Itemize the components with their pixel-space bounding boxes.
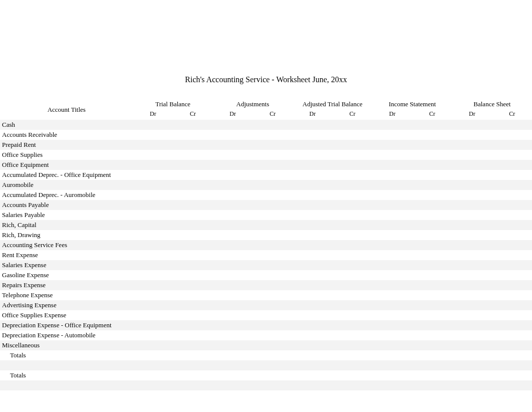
amount-cell xyxy=(372,310,412,320)
amount-cell xyxy=(133,160,173,170)
blank-row xyxy=(0,380,532,390)
blank-row xyxy=(0,360,532,370)
amount-cell xyxy=(133,170,173,180)
amount-cell xyxy=(452,220,492,230)
amount-cell xyxy=(372,250,412,260)
amount-cell xyxy=(133,270,173,280)
account-name-cell: Advertising Expense xyxy=(0,300,133,310)
account-row: Auromobile xyxy=(0,180,532,190)
amount-cell xyxy=(173,200,213,210)
amount-cell xyxy=(173,330,213,340)
amount-cell xyxy=(492,380,532,390)
amount-cell xyxy=(293,350,333,360)
amount-cell xyxy=(133,240,173,250)
account-row: Cash xyxy=(0,120,532,130)
amount-cell xyxy=(452,340,492,350)
amount-cell xyxy=(133,320,173,330)
amount-cell xyxy=(173,220,213,230)
amount-cell xyxy=(333,150,373,160)
amount-cell xyxy=(412,370,452,380)
blank-cell xyxy=(0,380,133,390)
account-name-cell: Depreciation Expense - Automobile xyxy=(0,330,133,340)
amount-cell xyxy=(293,180,333,190)
amount-cell xyxy=(372,150,412,160)
amount-cell xyxy=(252,130,293,140)
amount-cell xyxy=(173,170,213,180)
amount-cell xyxy=(372,360,412,370)
amount-cell xyxy=(452,210,492,220)
account-name-cell: Rent Expense xyxy=(0,250,133,260)
amount-cell xyxy=(133,280,173,290)
amount-cell xyxy=(492,370,532,380)
amount-cell xyxy=(213,310,253,320)
amount-cell xyxy=(372,240,412,250)
account-row: Accounts Receivable xyxy=(0,130,532,140)
balance-sheet-header: Balance Sheet xyxy=(452,99,532,109)
amount-cell xyxy=(213,230,253,240)
amount-cell xyxy=(372,160,412,170)
amount-cell xyxy=(293,260,333,270)
amount-cell xyxy=(452,280,492,290)
amount-cell xyxy=(133,300,173,310)
amount-cell xyxy=(333,220,373,230)
amount-cell xyxy=(412,310,452,320)
amount-cell xyxy=(293,370,333,380)
amount-cell xyxy=(293,290,333,300)
amount-cell xyxy=(412,140,452,150)
amount-cell xyxy=(173,120,213,130)
totals-row: Totals xyxy=(0,350,532,360)
amount-cell xyxy=(133,310,173,320)
amount-cell xyxy=(452,230,492,240)
amount-cell xyxy=(412,300,452,310)
amount-cell xyxy=(412,230,452,240)
amount-cell xyxy=(173,380,213,390)
amount-cell xyxy=(213,240,253,250)
amount-cell xyxy=(173,190,213,200)
amount-cell xyxy=(333,260,373,270)
account-row: Office Equipment xyxy=(0,160,532,170)
amount-cell xyxy=(173,280,213,290)
adjustments-header: Adjustments xyxy=(213,99,293,109)
amount-cell xyxy=(173,340,213,350)
amount-cell xyxy=(252,180,293,190)
atb-cr-header: Cr xyxy=(333,109,373,120)
amount-cell xyxy=(492,260,532,270)
amount-cell xyxy=(173,370,213,380)
amount-cell xyxy=(492,150,532,160)
amount-cell xyxy=(173,160,213,170)
amount-cell xyxy=(412,120,452,130)
amount-cell xyxy=(213,180,253,190)
amount-cell xyxy=(333,320,373,330)
amount-cell xyxy=(412,320,452,330)
amount-cell xyxy=(333,190,373,200)
amount-cell xyxy=(173,350,213,360)
amount-cell xyxy=(213,320,253,330)
amount-cell xyxy=(173,210,213,220)
amount-cell xyxy=(252,340,293,350)
account-name-cell: Salaries Expense xyxy=(0,260,133,270)
amount-cell xyxy=(372,340,412,350)
amount-cell xyxy=(252,350,293,360)
amount-cell xyxy=(213,270,253,280)
account-name-cell: Cash xyxy=(0,120,133,130)
account-name-cell: Office Equipment xyxy=(0,160,133,170)
amount-cell xyxy=(333,360,373,370)
amount-cell xyxy=(213,330,253,340)
amount-cell xyxy=(412,270,452,280)
account-name-cell: Gasoline Expense xyxy=(0,270,133,280)
amount-cell xyxy=(213,220,253,230)
amount-cell xyxy=(293,120,333,130)
amount-cell xyxy=(372,370,412,380)
amount-cell xyxy=(412,180,452,190)
atb-dr-header: Dr xyxy=(293,109,333,120)
account-row: Telephone Expense xyxy=(0,290,532,300)
amount-cell xyxy=(412,160,452,170)
amount-cell xyxy=(252,270,293,280)
amount-cell xyxy=(333,370,373,380)
amount-cell xyxy=(372,200,412,210)
amount-cell xyxy=(293,160,333,170)
amount-cell xyxy=(252,320,293,330)
amount-cell xyxy=(412,290,452,300)
amount-cell xyxy=(252,210,293,220)
amount-cell xyxy=(492,140,532,150)
